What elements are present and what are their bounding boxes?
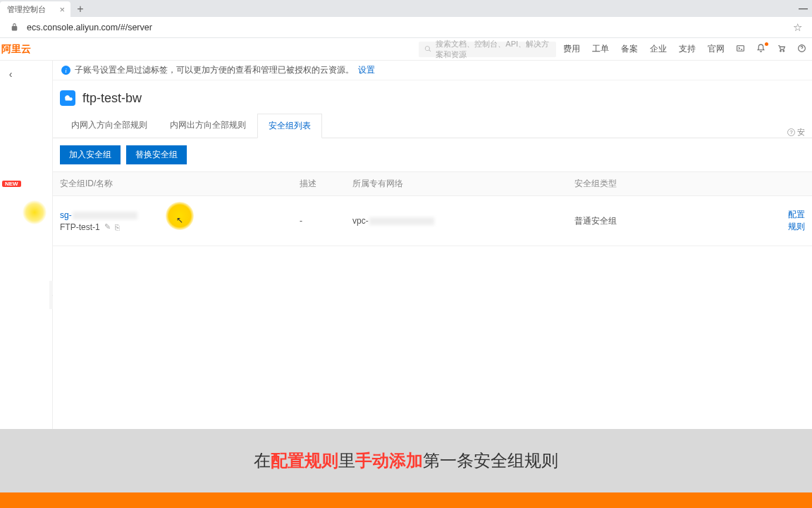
page-title: ftp-test-bw <box>82 91 142 106</box>
edit-icon[interactable]: ✎ <box>104 222 111 231</box>
info-settings-link[interactable]: 设置 <box>358 65 375 75</box>
vpc-prefix[interactable]: vpc- <box>352 216 369 226</box>
new-badge: NEW <box>2 181 21 187</box>
svg-rect-0 <box>737 45 744 51</box>
info-text: 子账号设置全局过滤标签，可以更加方便的查看和管理已被授权的云资源。 <box>75 65 354 75</box>
sg-id-link[interactable]: sg- <box>60 210 72 220</box>
search-placeholder: 搜索文档、控制台、API、解决方案和资源 <box>436 39 550 60</box>
top-link-enterprise[interactable]: 企业 <box>650 44 667 54</box>
top-link-fee[interactable]: 费用 <box>563 44 580 54</box>
bookmark-icon[interactable]: ☆ <box>793 21 802 34</box>
copy-icon[interactable]: ⎘ <box>115 223 120 231</box>
configure-rules-link[interactable]: 配置规则 <box>788 210 805 231</box>
tab-title: 管理控制台 <box>7 4 46 15</box>
instance-icon <box>60 90 75 106</box>
lock-icon <box>7 23 21 32</box>
help-circle-icon: ? <box>787 128 795 136</box>
info-icon: i <box>61 66 70 75</box>
th-id-name: 安全组ID/名称 <box>60 178 300 190</box>
th-type: 安全组类型 <box>574 178 786 190</box>
svg-point-1 <box>780 50 782 52</box>
top-link-ticket[interactable]: 工单 <box>592 44 609 54</box>
th-vpc: 所属专有网络 <box>352 178 574 190</box>
redacted-sg-id <box>73 212 137 219</box>
sidebar-back-button[interactable]: ‹ <box>3 66 18 82</box>
top-link-site[interactable]: 官网 <box>708 44 725 54</box>
tabs: 内网入方向全部规则 内网出方向全部规则 安全组列表 ? 安 <box>53 113 812 138</box>
svg-point-2 <box>783 50 785 52</box>
cursor-highlight <box>23 200 47 224</box>
top-link-support[interactable]: 支持 <box>679 44 696 54</box>
cap-r1: 配置规则 <box>271 451 338 470</box>
new-tab-button[interactable]: + <box>70 1 90 17</box>
table-header: 安全组ID/名称 描述 所属专有网络 安全组类型 <box>53 171 812 196</box>
redacted-vpc-id <box>369 217 434 225</box>
orange-footer-strip <box>0 492 812 508</box>
cap-p1: 在 <box>254 451 271 470</box>
th-desc: 描述 <box>300 178 352 190</box>
join-sg-button[interactable]: 加入安全组 <box>60 145 121 164</box>
page-header: ftp-test-bw <box>53 80 812 113</box>
top-nav-links: 费用 工单 备案 企业 支持 官网 <box>563 44 725 54</box>
aliyun-top-bar: 阿里云 搜索文档、控制台、API、解决方案和资源 费用 工单 备案 企业 支持 … <box>0 38 812 61</box>
video-caption: 在配置规则里手动添加第一条安全组规则 <box>0 429 812 492</box>
close-icon[interactable]: × <box>59 4 65 15</box>
url-bar: ecs.console.aliyun.com/#/server ☆ <box>0 17 812 38</box>
notification-icon[interactable] <box>756 44 765 55</box>
row-type: 普通安全组 <box>574 215 786 227</box>
search-box[interactable]: 搜索文档、控制台、API、解决方案和资源 <box>419 42 556 57</box>
cloudshell-icon[interactable] <box>736 44 745 55</box>
aliyun-logo[interactable]: 阿里云 <box>0 43 31 56</box>
browser-tab-bar: 管理控制台 × + — <box>0 0 812 17</box>
notification-dot <box>765 42 768 46</box>
tab-help[interactable]: ? 安 <box>787 127 805 138</box>
cap-r2: 手动添加 <box>355 451 423 470</box>
top-link-beian[interactable]: 备案 <box>621 44 638 54</box>
th-action <box>786 178 805 190</box>
cap-p2: 里 <box>338 451 355 470</box>
info-bar: i 子账号设置全局过滤标签，可以更加方便的查看和管理已被授权的云资源。 设置 <box>53 61 812 80</box>
search-icon <box>424 44 431 54</box>
tab-inbound[interactable]: 内网入方向全部规则 <box>60 113 159 138</box>
url-text[interactable]: ecs.console.aliyun.com/#/server <box>27 23 805 32</box>
sg-name: FTP-test-1 <box>60 222 100 232</box>
browser-tab[interactable]: 管理控制台 × <box>0 1 70 17</box>
cart-icon[interactable] <box>777 44 786 55</box>
replace-sg-button[interactable]: 替换安全组 <box>126 145 187 164</box>
tab-sg-list[interactable]: 安全组列表 <box>257 114 322 138</box>
window-minimize[interactable]: — <box>799 3 808 13</box>
button-row: 加入安全组 替换安全组 <box>53 138 812 171</box>
tab-outbound[interactable]: 内网出方向全部规则 <box>159 113 257 138</box>
table-row: sg- FTP-test-1 ✎ ⎘ - vpc- 普通安全组 配置规则 ↖ <box>53 196 812 246</box>
row-desc: - <box>300 216 352 226</box>
help-icon[interactable] <box>797 44 806 55</box>
cap-p3: 第一条安全组规则 <box>423 451 558 470</box>
